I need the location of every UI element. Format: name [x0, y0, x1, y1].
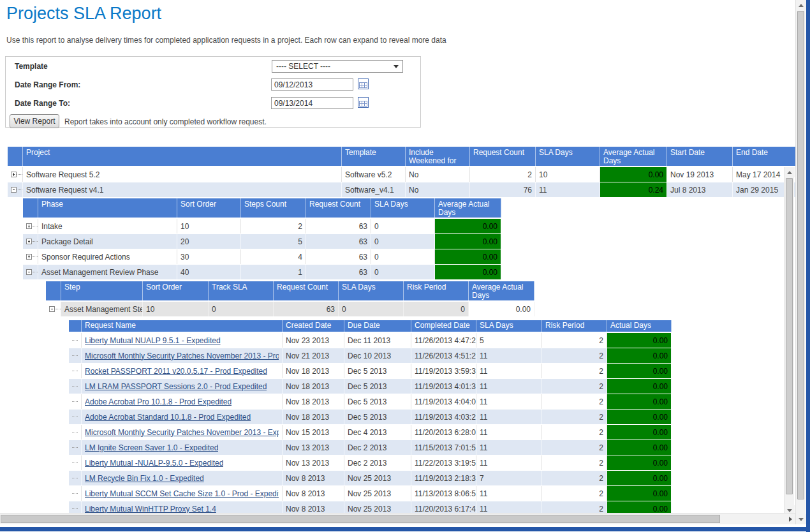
cell-due-date: Dec 10 2013	[344, 348, 411, 363]
col-header-avg-actual-days: Average Actual Days	[469, 281, 534, 300]
cell-leader	[69, 410, 82, 424]
cell-due-date: Dec 5 2013	[344, 394, 411, 409]
date-from-input[interactable]	[271, 78, 353, 91]
request-link[interactable]: Microsoft Monthly Security Patches Novem…	[85, 428, 279, 437]
expand-icon[interactable]	[26, 223, 38, 229]
cell-sort-order: 40	[177, 265, 241, 279]
cell-avg-actual-days: 0.00	[435, 249, 501, 264]
cell-request-name: Rocket PASSPORT 2011 v20.0.5.17 - Prod E…	[82, 364, 283, 378]
cell-phase: Asset Management Review Phase	[38, 265, 177, 279]
col-header-created-date: Created Date	[283, 320, 344, 332]
cell-risk-period: 2	[542, 486, 607, 501]
report-vertical-scrollbar[interactable]	[784, 167, 794, 515]
request-link[interactable]: Liberty Mutual -NUALP-9.5.0 - Expedited	[85, 459, 223, 468]
scroll-right-icon[interactable]	[785, 514, 795, 524]
expand-icon[interactable]	[11, 172, 22, 177]
cell-due-date: Dec 5 2013	[344, 410, 411, 424]
cell-sla-days: 0	[371, 265, 435, 279]
cell-actual-days: 0.00	[607, 379, 672, 394]
page-vertical-scrollbar[interactable]	[795, 0, 806, 524]
request-row: LM LRAM PASSPORT Sessions 2.0 - Prod Exp…	[69, 379, 797, 394]
cell-due-date: Nov 25 2013	[344, 486, 411, 501]
page-scrollbar-thumb[interactable]	[797, 11, 804, 499]
cell-project: Software Request 5.2	[23, 167, 342, 182]
cell-completed-date: 11/19/2013 2:18:3...	[411, 471, 476, 485]
phase-row: Intake 10 2 63 0 0.00	[23, 219, 797, 233]
template-select[interactable]: ---- SELECT ----	[272, 60, 403, 73]
frame-border-right	[806, 0, 810, 532]
request-link[interactable]: LM Ignite Screen Saver 1.0 - Expedited	[85, 443, 218, 452]
cell-completed-date: 11/19/2013 4:03:2...	[411, 410, 476, 424]
cell-risk-period: 2	[542, 379, 607, 394]
date-to-input[interactable]	[271, 97, 353, 109]
collapse-icon[interactable]	[11, 187, 22, 193]
request-link[interactable]: Microsoft Monthly Security Patches Novem…	[85, 351, 279, 360]
scroll-down-icon[interactable]	[796, 514, 806, 524]
expand-icon[interactable]	[26, 239, 38, 244]
cell-risk-period: 2	[542, 394, 607, 409]
frame-border-bottom	[0, 527, 810, 531]
cell-leader	[69, 364, 82, 378]
tree-leader-icon	[72, 340, 78, 341]
request-row: Microsoft Monthly Security Patches Novem…	[69, 348, 797, 363]
col-header-sla-days: SLA Days	[536, 147, 600, 166]
phase-row: Package Detail 20 5 63 0 0.00	[23, 234, 797, 249]
cell-request-count: 63	[306, 219, 371, 233]
request-link[interactable]: Liberty Mutual SCCM Set Cache Size 1.0 -…	[85, 489, 279, 498]
tree-leader-icon	[72, 432, 78, 432]
cell-expand	[23, 234, 38, 249]
cell-completed-date: 11/22/2013 3:19:5...	[411, 455, 476, 470]
cell-risk-period: 2	[542, 364, 607, 378]
cell-created-date: Nov 18 2013	[283, 364, 344, 378]
cell-risk-period: 2	[542, 348, 607, 363]
calendar-icon[interactable]	[358, 78, 369, 89]
cell-steps-count: 4	[241, 249, 306, 264]
collapse-icon[interactable]	[49, 306, 61, 312]
cell-request-count: 63	[306, 265, 371, 279]
cell-expand	[8, 182, 23, 197]
cell-due-date: Dec 5 2013	[344, 364, 411, 378]
cell-sla-days: 5	[476, 333, 542, 348]
view-report-button[interactable]: View Report	[10, 114, 59, 128]
request-link[interactable]: Adobe Acrobat Standard 10.1.8 - Prod Exp…	[85, 413, 251, 422]
cell-due-date: Dec 5 2013	[344, 379, 411, 394]
cell-leader	[69, 471, 82, 485]
projects-sla-report-page: Projects SLA Report Use this report to a…	[0, 0, 810, 532]
cell-expand	[23, 249, 38, 264]
cell-avg-actual-days: 0.24	[600, 182, 667, 197]
cell-created-date: Nov 13 2013	[283, 440, 344, 455]
scroll-up-icon[interactable]	[796, 0, 806, 10]
request-row: Liberty Mutual NUALP 9.5.1 - Expedited N…	[69, 333, 797, 348]
cell-project: Software Request v4.1	[23, 182, 342, 197]
cell-request-count: 63	[306, 249, 371, 264]
cell-completed-date: 11/13/2013 8:06:5...	[411, 486, 476, 501]
horizontal-scrollbar[interactable]	[0, 513, 795, 524]
request-link[interactable]: Liberty Mutual NUALP 9.5.1 - Expedited	[85, 336, 221, 345]
cell-completed-date: 11/19/2013 3:59:3...	[411, 364, 476, 378]
horizontal-scrollbar-thumb[interactable]	[1, 515, 720, 523]
scroll-up-icon[interactable]	[784, 167, 795, 177]
request-link[interactable]: Adobe Acrobat Pro 10.1.8 - Prod Expedite…	[85, 397, 232, 406]
cell-risk-period: 2	[542, 440, 607, 455]
request-link[interactable]: LM Recycle Bin Fix 1.0 - Expedited	[85, 474, 204, 483]
expand-icon[interactable]	[26, 254, 38, 260]
project-table-header: Project Template Include Weekened for SL…	[8, 147, 797, 166]
request-row: Liberty Mutual -NUALP-9.5.0 - Expedited …	[69, 455, 797, 470]
cell-avg-actual-days: 0.00	[600, 167, 667, 182]
cell-risk-period: 2	[542, 455, 607, 470]
col-header-request-count: Request Count	[306, 198, 371, 218]
request-link[interactable]: Liberty Mutual WinHTTP Proxy Set 1.4	[85, 505, 216, 514]
cell-template: Software v5.2	[342, 167, 406, 182]
request-row: Adobe Acrobat Standard 10.1.8 - Prod Exp…	[69, 410, 797, 424]
calendar-icon-grid	[359, 82, 367, 88]
cell-actual-days: 0.00	[607, 455, 672, 470]
cell-request-name: LM LRAM PASSPORT Sessions 2.0 - Prod Exp…	[82, 379, 283, 394]
cell-risk-period: 2	[542, 333, 607, 348]
calendar-icon[interactable]	[358, 97, 369, 108]
request-link[interactable]: LM LRAM PASSPORT Sessions 2.0 - Prod Exp…	[85, 382, 267, 391]
col-header-avg-actual-days: Average Actual Days	[600, 147, 667, 166]
report-scrollbar-thumb[interactable]	[786, 178, 793, 494]
request-row: Microsoft Monthly Security Patches Novem…	[69, 425, 797, 440]
request-link[interactable]: Rocket PASSPORT 2011 v20.0.5.17 - Prod E…	[85, 367, 267, 376]
collapse-icon[interactable]	[26, 269, 38, 275]
